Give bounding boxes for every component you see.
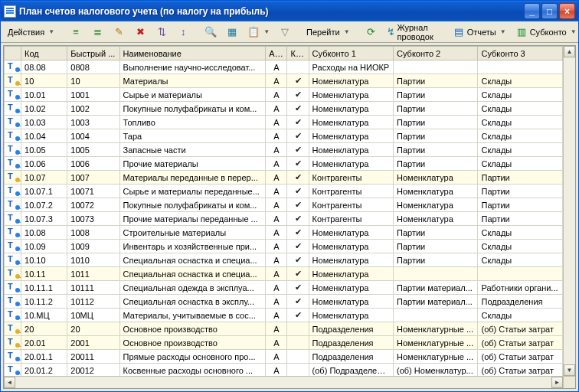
cell-name[interactable]: Материалы, учитываемые в сос... [119, 309, 266, 322]
col-sub3[interactable]: Субконто 3 [478, 47, 563, 60]
table-row[interactable]: 10.101010Специальная оснастка и специа..… [5, 253, 563, 267]
cell-sub2[interactable]: Партии [394, 240, 478, 253]
cell-sub3[interactable]: Партии [478, 212, 563, 226]
vertical-scrollbar[interactable]: ▲ ▼ [563, 46, 575, 376]
close-button[interactable]: × [559, 3, 575, 19]
cell-akt[interactable]: А [266, 267, 287, 281]
cell-kod[interactable]: 08.08 [21, 60, 67, 74]
cell-bystr[interactable]: 2001 [67, 336, 119, 350]
maximize-button[interactable]: □ [541, 3, 558, 19]
cell-sub3[interactable]: Склады [478, 116, 563, 129]
cell-name[interactable]: Основное производство [119, 336, 266, 350]
cell-akt[interactable]: А [266, 309, 287, 322]
cell-bystr[interactable]: 1004 [67, 129, 119, 143]
cell-sub2[interactable] [394, 267, 478, 281]
cell-sub1[interactable]: Номенклатура [309, 281, 393, 295]
actions-menu[interactable]: Действия▼ [4, 24, 58, 41]
cell-akt[interactable]: А [266, 60, 287, 74]
cell-sub3[interactable]: Склады [478, 88, 563, 102]
cell-sub2[interactable]: Партии материал... [394, 281, 478, 295]
cell-kod[interactable]: 10.01 [21, 88, 67, 102]
cell-akt[interactable]: А [266, 185, 287, 198]
cell-kod[interactable]: 10.МЦ [21, 309, 67, 322]
cell-sub1[interactable]: Номенклатура [309, 129, 393, 143]
clear-button[interactable]: ▽ [275, 24, 295, 41]
cell-sub3[interactable]: Склады [478, 143, 563, 157]
table-row[interactable]: 10.021002Покупные полуфабрикаты и ком...… [5, 102, 563, 116]
cell-kod[interactable]: 10 [21, 74, 67, 88]
cell-akt[interactable]: А [266, 295, 287, 309]
cell-bystr[interactable]: 1002 [67, 102, 119, 116]
cell-kol[interactable]: ✔ [287, 116, 309, 129]
cell-name[interactable]: Прямые расходы основного про... [119, 350, 266, 364]
cell-name[interactable]: Инвентарь и хозяйственные при... [119, 240, 266, 253]
cell-kod[interactable]: 10.09 [21, 240, 67, 253]
edit-button[interactable]: ✎ [109, 24, 129, 41]
filter-button[interactable]: ▦ [222, 24, 242, 41]
cell-sub1[interactable]: Расходы на НИОКР [309, 60, 393, 74]
cell-bystr[interactable]: 10МЦ [67, 309, 119, 322]
cell-kod[interactable]: 10.07.2 [21, 198, 67, 212]
cell-akt[interactable]: А [266, 350, 287, 364]
cell-kod[interactable]: 20.01.1 [21, 350, 67, 364]
cell-sub1[interactable]: Подразделения [309, 322, 393, 336]
cell-sub1[interactable]: Номенклатура [309, 295, 393, 309]
cell-sub1[interactable]: Номенклатура [309, 88, 393, 102]
table-row[interactable]: 10.111011Специальная оснастка и специа..… [5, 267, 563, 281]
cell-name[interactable]: Специальная оснастка и специа... [119, 253, 266, 267]
cell-sub2[interactable]: Номенклатурные ... [394, 336, 478, 350]
cell-kol[interactable]: ✔ [287, 295, 309, 309]
cell-sub3[interactable]: Склады [478, 226, 563, 240]
cell-name[interactable]: Косвенные расходы основного ... [119, 364, 266, 377]
cell-name[interactable]: Покупные полуфабрикаты и ком... [119, 102, 266, 116]
cell-bystr[interactable]: 20 [67, 322, 119, 336]
col-icon[interactable] [5, 47, 21, 60]
hierarchy-button[interactable]: ⇅ [152, 24, 172, 41]
cell-bystr[interactable]: 1001 [67, 88, 119, 102]
cell-sub3[interactable]: (об) Статьи затрат [478, 364, 563, 377]
cell-bystr[interactable]: 0808 [67, 60, 119, 74]
scroll-down-button[interactable]: ▼ [564, 364, 575, 376]
table-row[interactable]: 10.07.310073Прочие материалы переданные … [5, 212, 563, 226]
cell-kol[interactable]: ✔ [287, 198, 309, 212]
cell-kol[interactable]: ✔ [287, 129, 309, 143]
col-bystr[interactable]: Быстрый ... [67, 47, 119, 60]
cell-akt[interactable]: А [266, 88, 287, 102]
cell-sub1[interactable]: Подразделения [309, 336, 393, 350]
cell-sub2[interactable]: (об) Номенклатур... [394, 364, 478, 377]
cell-kol[interactable]: ✔ [287, 102, 309, 116]
cell-sub2[interactable]: Партии [394, 129, 478, 143]
cell-name[interactable]: Материалы переданные в перер... [119, 171, 266, 185]
cell-sub3[interactable]: Партии [478, 171, 563, 185]
cell-akt[interactable]: А [266, 143, 287, 157]
minimize-button[interactable]: _ [524, 3, 540, 19]
cell-kod[interactable]: 10.05 [21, 143, 67, 157]
cell-sub3[interactable]: Склады [478, 157, 563, 171]
col-akt[interactable]: Акт. [266, 47, 287, 60]
cell-sub2[interactable]: Номенклатура [394, 171, 478, 185]
cell-kol[interactable] [287, 322, 309, 336]
cell-akt[interactable]: А [266, 322, 287, 336]
cell-sub2[interactable]: Номенклатура [394, 198, 478, 212]
cell-kol[interactable]: ✔ [287, 74, 309, 88]
cell-kol[interactable]: ✔ [287, 281, 309, 295]
cell-akt[interactable]: А [266, 171, 287, 185]
cell-sub2[interactable]: Партии [394, 253, 478, 267]
cell-sub3[interactable]: (об) Статьи затрат [478, 322, 563, 336]
cell-kol[interactable]: ✔ [287, 226, 309, 240]
clipboard-button[interactable]: 📋▼ [244, 24, 273, 41]
cell-name[interactable]: Строительные материалы [119, 226, 266, 240]
table-row[interactable]: 20.01.220012Косвенные расходы основного … [5, 364, 563, 377]
titlebar[interactable]: План счетов налогового учета (по налогу … [1, 1, 578, 21]
table-row[interactable]: 10.041004ТараА✔НоменклатураПартииСклады [5, 129, 563, 143]
cell-kol[interactable] [287, 350, 309, 364]
cell-sub2[interactable] [394, 60, 478, 74]
cell-name[interactable]: Топливо [119, 116, 266, 129]
cell-sub3[interactable]: Склады [478, 253, 563, 267]
cell-kod[interactable]: 10.03 [21, 116, 67, 129]
cell-kod[interactable]: 10.11.2 [21, 295, 67, 309]
cell-akt[interactable]: А [266, 129, 287, 143]
table-row[interactable]: 10.11.210112Специальная оснастка в экспл… [5, 295, 563, 309]
cell-sub1[interactable]: Контрагенты [309, 198, 393, 212]
cell-akt[interactable]: А [266, 240, 287, 253]
